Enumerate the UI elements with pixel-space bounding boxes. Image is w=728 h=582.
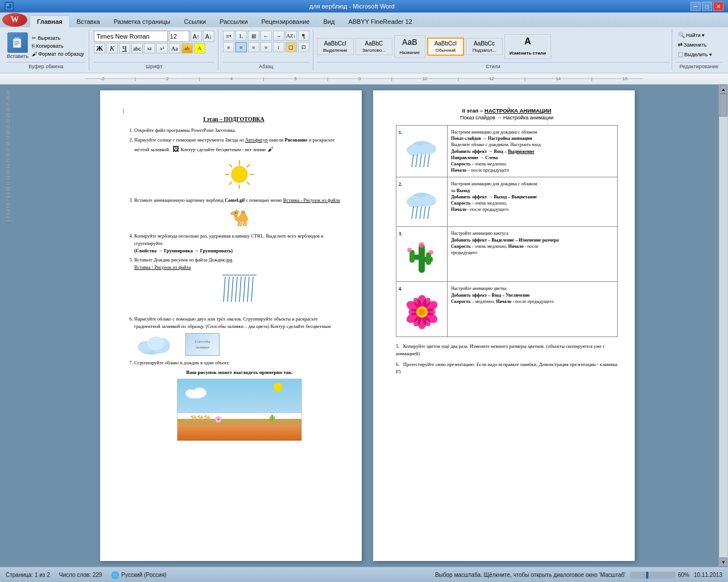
anim-desc-3: Настройте анимацию кактуса Добавить эффе… bbox=[448, 227, 618, 282]
vertical-scrollbar[interactable]: ▲ ▼ bbox=[719, 85, 728, 567]
bold-button[interactable]: Ж bbox=[94, 43, 105, 53]
svg-line-38 bbox=[420, 155, 421, 167]
svg-line-20 bbox=[231, 277, 233, 302]
svg-line-37 bbox=[416, 155, 417, 167]
maximize-button[interactable]: □ bbox=[702, 2, 712, 11]
tab-home[interactable]: Главная bbox=[30, 15, 70, 27]
scroll-down-button[interactable]: ▼ bbox=[719, 558, 727, 567]
paste-button[interactable]: Вставить bbox=[7, 32, 28, 59]
anim-desc-2: Настроим анимацию для дождика с облаком … bbox=[448, 177, 618, 227]
style-normal[interactable]: AaBbCcIОбычный bbox=[427, 38, 464, 56]
multilevel-button[interactable]: ⊞ bbox=[248, 31, 259, 41]
scroll-up-button[interactable]: ▲ bbox=[719, 85, 727, 94]
style-heading[interactable]: AaBbCЗаголово... bbox=[355, 38, 392, 55]
page1-item-2: Нарисуйте солнце с помощью инструмента З… bbox=[134, 136, 345, 194]
font-size-input[interactable] bbox=[169, 31, 189, 42]
tab-abbyy[interactable]: ABBYY FineReader 12 bbox=[341, 16, 419, 27]
copy-button[interactable]: ⎘Копировать bbox=[31, 43, 85, 49]
svg-point-56 bbox=[429, 250, 433, 255]
animation-table: 1. bbox=[396, 125, 618, 337]
page-2: II этап – НАСТРОЙКА АНИМАЦИИ Показ слайд… bbox=[373, 90, 635, 561]
line-spacing-button[interactable]: ↕ bbox=[273, 42, 284, 52]
find-button[interactable]: 🔍 Найти ▾ bbox=[676, 31, 722, 39]
minimize-button[interactable]: ─ bbox=[690, 2, 701, 11]
align-center-button[interactable]: ≡ bbox=[235, 42, 247, 52]
tab-pagelayout[interactable]: Разметка страницы bbox=[107, 16, 177, 27]
page1-item-4: Копируйте верблюда несколько раз, удержи… bbox=[134, 232, 345, 254]
page1-item-3: Вставьте анимационную картинку верблюд C… bbox=[134, 197, 345, 230]
scroll-thumb[interactable] bbox=[719, 94, 727, 117]
table-row: 3. bbox=[396, 227, 618, 282]
underline-button[interactable]: Ч bbox=[119, 43, 130, 53]
page1-item-6: Нарисуйте облако с помощью двух или трёх… bbox=[134, 315, 345, 357]
close-button[interactable]: ✕ bbox=[713, 2, 723, 11]
svg-rect-1 bbox=[7, 4, 9, 6]
pages-area[interactable]: | I этап – ПОДГОТОВКА Откройте файл прог… bbox=[16, 85, 719, 567]
sort-button[interactable]: AZ↓ bbox=[286, 31, 297, 41]
increase-font-button[interactable]: A↑ bbox=[191, 31, 202, 42]
sun-illustration bbox=[134, 157, 345, 194]
tab-mailings[interactable]: Рассылки bbox=[213, 16, 254, 27]
svg-point-43 bbox=[420, 195, 436, 206]
shading-button[interactable]: ▢ bbox=[286, 42, 297, 52]
svg-line-14 bbox=[247, 164, 250, 167]
svg-point-70 bbox=[419, 309, 425, 315]
svg-line-47 bbox=[424, 206, 425, 219]
svg-line-40 bbox=[428, 155, 429, 167]
page1-heading: I этап – ПОДГОТОВКА bbox=[123, 116, 345, 122]
increase-indent-button[interactable]: → bbox=[273, 31, 284, 41]
svg-line-22 bbox=[239, 277, 241, 302]
justify-button[interactable]: ≡ bbox=[260, 42, 272, 52]
tab-insert[interactable]: Вставка bbox=[70, 16, 107, 27]
align-right-button[interactable]: ≡ bbox=[248, 42, 259, 52]
style-subtitle[interactable]: AaBbCcПодзагол... bbox=[466, 38, 503, 55]
tab-view[interactable]: Вид bbox=[317, 16, 342, 27]
border-button[interactable]: ⊡ bbox=[298, 42, 309, 52]
svg-line-46 bbox=[420, 206, 421, 219]
font-group-label: Шрифт bbox=[94, 62, 214, 69]
clear-format-button[interactable]: Аа bbox=[169, 43, 180, 53]
zoom-hint[interactable]: Выбор масштаба. Щёлкните, чтобы открыть … bbox=[435, 572, 626, 578]
table-row: 4. bbox=[396, 282, 618, 337]
style-title[interactable]: АаВНазвание bbox=[394, 35, 425, 58]
svg-line-19 bbox=[228, 277, 229, 302]
zoom-control[interactable]: 60% bbox=[630, 572, 689, 579]
align-left-button[interactable]: ≡ bbox=[223, 42, 234, 52]
language-indicator: 🌐 Русский (Россия) bbox=[111, 571, 166, 579]
italic-button[interactable]: К bbox=[106, 43, 118, 53]
svg-rect-6 bbox=[14, 44, 18, 45]
replace-button[interactable]: ⇄ Заменить bbox=[676, 40, 722, 49]
tab-review[interactable]: Рецензирование bbox=[255, 16, 317, 27]
subscript-button[interactable]: x₂ bbox=[144, 43, 155, 53]
numbering-button[interactable]: 1. bbox=[235, 31, 247, 41]
style-change[interactable]: АИзменить стили bbox=[504, 34, 551, 59]
decrease-indent-button[interactable]: ← bbox=[260, 31, 272, 41]
bullets-button[interactable]: ≡• bbox=[223, 31, 234, 41]
style-selection[interactable]: AaBbCcIВыделение bbox=[317, 38, 354, 55]
show-marks-button[interactable]: ¶ bbox=[298, 31, 309, 41]
word-count: Число слов: 229 bbox=[59, 572, 102, 578]
svg-line-45 bbox=[416, 206, 417, 219]
tab-references[interactable]: Ссылки bbox=[177, 16, 213, 27]
font-name-input[interactable] bbox=[94, 31, 168, 42]
strikethrough-button[interactable]: abc bbox=[131, 43, 143, 53]
format-painter-button[interactable]: 🖌Формат по образцу bbox=[31, 51, 85, 57]
svg-line-25 bbox=[251, 277, 253, 302]
scroll-track[interactable] bbox=[719, 94, 727, 558]
superscript-button[interactable]: x² bbox=[156, 43, 168, 53]
page-info: Страница: 1 из 2 bbox=[6, 572, 50, 578]
cut-button[interactable]: ✂Вырезать bbox=[31, 35, 85, 41]
decrease-font-button[interactable]: A↓ bbox=[203, 31, 214, 42]
select-button[interactable]: ⬚ Выделить ▾ bbox=[676, 50, 722, 59]
svg-line-18 bbox=[224, 277, 225, 302]
page2-footer-2: 6. Протестируйте свою презентацию. Если … bbox=[396, 361, 618, 376]
svg-point-55 bbox=[407, 248, 412, 252]
page2-heading1: II этап – НАСТРОЙКА АНИМАЦИИ bbox=[396, 107, 618, 114]
highlight-button[interactable]: A bbox=[194, 43, 205, 53]
fill-dialog-mini[interactable]: Способызаливки bbox=[185, 333, 220, 356]
anim-desc-4: Настройте анимацию цветка Добавить эффек… bbox=[448, 282, 618, 337]
text-color-button[interactable]: ab bbox=[181, 43, 193, 53]
table-row: 2. bbox=[396, 177, 618, 227]
styles-group-label: Стили bbox=[317, 62, 669, 69]
rain-illustration bbox=[134, 273, 345, 313]
